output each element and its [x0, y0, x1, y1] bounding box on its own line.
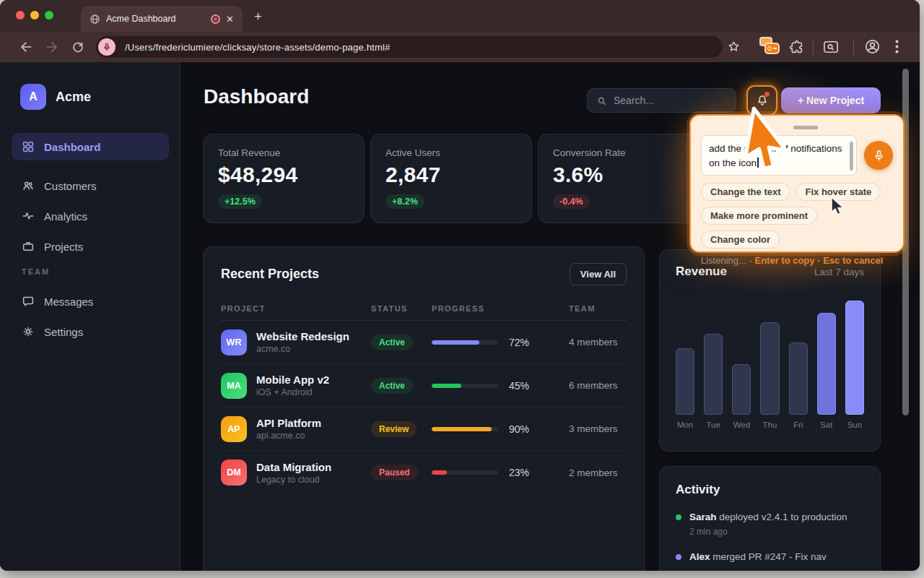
url-mic-icon[interactable]	[98, 38, 116, 56]
activity-text: deployed v2.4.1 to production	[719, 512, 847, 522]
sidebar-item-messages[interactable]: Messages	[12, 288, 169, 315]
sidebar-item-customers[interactable]: Customers	[12, 172, 169, 199]
stat-value: 2,847	[385, 163, 517, 187]
listening-status: Listening...	[701, 255, 746, 266]
column-header-status: STATUS	[371, 304, 432, 313]
brand-logo: A	[20, 84, 46, 110]
microphone-button[interactable]	[864, 141, 893, 170]
browser-tab-bar: Acme Dashboard ✕ +	[0, 0, 920, 32]
revenue-bar-column: Mon	[676, 348, 694, 429]
progress-percent: 90%	[509, 423, 529, 435]
tab-search-icon[interactable]	[823, 40, 839, 54]
popup-drag-handle[interactable]	[793, 126, 818, 129]
revenue-bar-label: Sun	[845, 420, 864, 429]
recent-projects-title: Recent Projects	[221, 267, 319, 282]
stat-value: 3.6%	[553, 163, 684, 187]
url-bar[interactable]: /Users/fredericlumiere/clicksay/store-as…	[96, 36, 723, 58]
pulse-icon	[22, 210, 35, 223]
gear-icon	[22, 325, 35, 338]
stat-label: Total Revenue	[218, 147, 349, 158]
activity-author: Sarah	[689, 512, 717, 522]
sidebar-item-label: Messages	[44, 296, 93, 308]
activity-author: Alex	[689, 551, 710, 562]
browser-tab-acme-dashboard[interactable]: Acme Dashboard ✕	[81, 6, 243, 32]
sidebar-item-analytics[interactable]: Analytics	[12, 202, 169, 230]
stat-delta-badge: +8.2%	[385, 194, 424, 209]
sidebar-item-projects[interactable]: Projects	[12, 233, 169, 260]
revenue-bar-label: Mon	[676, 420, 694, 429]
minimize-window-button[interactable]	[30, 11, 39, 20]
revenue-range-label: Last 7 days	[814, 267, 864, 277]
status-badge: Active	[371, 335, 413, 350]
project-name: API Platform	[256, 417, 321, 429]
revenue-bar-column: Sun	[845, 301, 864, 429]
new-project-button[interactable]: + New Project	[781, 87, 881, 113]
hint-esc-to-cancel: Esc to cancel	[823, 255, 883, 266]
browser-menu-kebab-icon[interactable]	[895, 40, 899, 53]
progress-percent: 23%	[509, 467, 529, 478]
team-count: 6 members	[569, 380, 627, 391]
table-row-website-redesign[interactable]: WR Website Redesign acme.co Active 72% 4…	[221, 321, 627, 364]
zoom-window-button[interactable]	[45, 11, 53, 20]
project-subtitle: iOS + Android	[256, 387, 329, 397]
revenue-bar-label: Wed	[732, 420, 751, 429]
suggestion-chip-change-text[interactable]: Change the text	[701, 183, 790, 201]
sidebar-item-label: Analytics	[44, 210, 87, 223]
revenue-bar	[704, 334, 723, 415]
team-count: 2 members	[569, 467, 627, 478]
table-row-mobile-app-v2[interactable]: MA Mobile App v2 iOS + Android Active 45…	[221, 364, 627, 407]
hint-separator: ·	[817, 255, 820, 266]
activity-title: Activity	[676, 483, 864, 497]
stat-card-conversion-rate: Conversion Rate 3.6% -0.4%	[538, 134, 699, 223]
clicksay-extension-icon[interactable]	[759, 37, 781, 57]
revenue-bar	[845, 301, 864, 415]
suggestion-chip-make-prominent[interactable]: Make more prominent	[701, 207, 817, 225]
grid-icon	[22, 140, 35, 153]
project-avatar: WR	[221, 329, 247, 355]
hint-separator: ·	[749, 255, 752, 266]
back-icon[interactable]	[19, 40, 33, 54]
revenue-card: Revenue Last 7 days MonTueWedThuFriSatSu…	[659, 249, 881, 452]
table-row-data-migration[interactable]: DM Data Migration Legacy to cloud Paused…	[221, 451, 627, 494]
progress-percent: 45%	[509, 380, 529, 392]
revenue-bar-column: Fri	[789, 342, 808, 429]
revenue-bar-label: Thu	[760, 420, 779, 429]
status-badge: Paused	[371, 465, 418, 480]
column-header-project: PROJECT	[221, 304, 371, 313]
sidebar-item-settings[interactable]: Settings	[12, 318, 169, 345]
forward-icon[interactable]	[45, 40, 59, 54]
brand: A Acme	[20, 84, 91, 110]
profile-icon[interactable]	[864, 38, 881, 55]
tab-close-icon[interactable]: ✕	[226, 14, 234, 24]
revenue-bar-label: Fri	[789, 420, 808, 429]
bookmark-star-icon[interactable]	[727, 40, 741, 53]
revenue-bar-column: Wed	[732, 364, 751, 429]
sidebar-item-dashboard[interactable]: Dashboard	[12, 133, 169, 160]
new-tab-button[interactable]: +	[254, 9, 262, 25]
project-avatar: DM	[221, 460, 247, 486]
search-input[interactable]: Search...	[587, 88, 736, 113]
revenue-bar	[676, 348, 694, 415]
users-icon	[22, 179, 35, 192]
new-project-label: + New Project	[798, 95, 864, 106]
project-subtitle: acme.co	[256, 344, 349, 354]
extensions-puzzle-icon[interactable]	[788, 39, 803, 54]
reload-icon[interactable]	[71, 40, 84, 53]
input-scrollbar-thumb[interactable]	[850, 142, 853, 171]
notification-badge-dot	[764, 92, 770, 97]
suggestion-chip-change-color[interactable]: Change color	[701, 230, 780, 249]
revenue-bar-column: Sat	[817, 313, 836, 429]
activity-time: 2 min ago	[689, 527, 847, 537]
voice-command-popup: add the number of notifications on the i…	[689, 114, 905, 253]
activity-item: Alex merged PR #247 - Fix nav	[676, 551, 864, 564]
stat-delta-badge: +12.5%	[218, 194, 262, 209]
table-row-api-platform[interactable]: AP API Platform api.acme.co Review 90% 3…	[221, 407, 627, 451]
project-avatar: AP	[221, 416, 247, 442]
close-window-button[interactable]	[16, 11, 25, 20]
view-all-button[interactable]: View All	[570, 263, 627, 285]
sidebar-item-label: Projects	[44, 241, 83, 253]
url-text: /Users/fredericlumiere/clicksay/store-as…	[125, 42, 390, 53]
activity-text: merged PR #247 - Fix nav	[712, 551, 827, 562]
projects-table-header: PROJECT STATUS PROGRESS TEAM	[221, 304, 627, 321]
revenue-bar	[789, 342, 808, 415]
